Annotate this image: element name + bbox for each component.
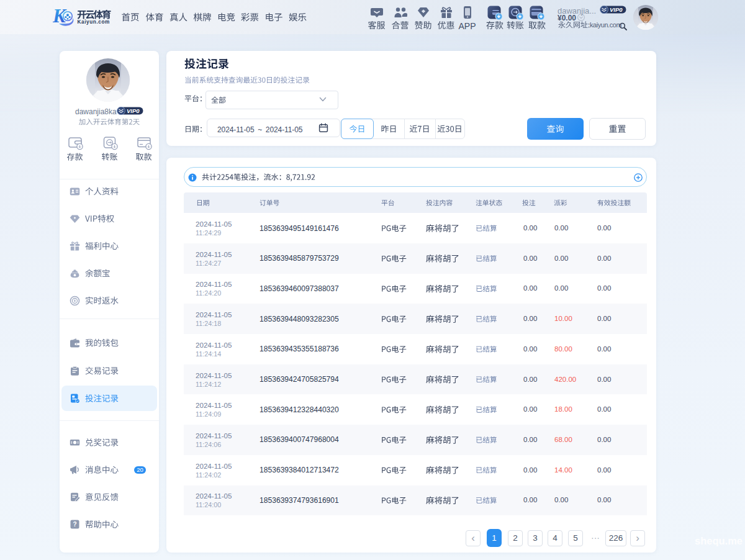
svg-text:VIP0: VIP0 [127,107,140,114]
svg-text:?: ? [73,521,76,528]
svg-text:VIP0: VIP0 [610,6,623,13]
